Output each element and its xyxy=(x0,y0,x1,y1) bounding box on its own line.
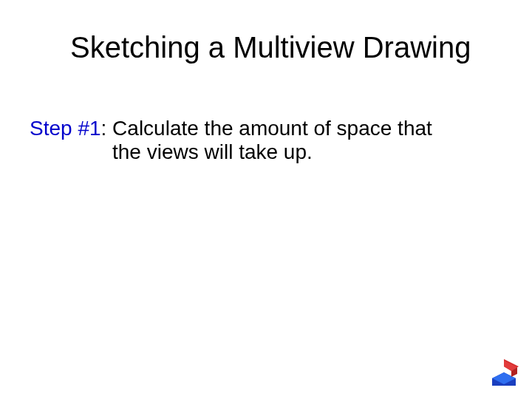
body-text: Step #1: Calculate the amount of space t… xyxy=(30,117,495,164)
step-text-line1: Calculate the amount of space that xyxy=(112,117,432,140)
pltw-logo-icon xyxy=(489,356,522,389)
step-colon: : xyxy=(101,117,113,140)
step-label: Step #1 xyxy=(30,117,101,140)
slide-title: Sketching a Multiview Drawing xyxy=(70,31,525,64)
body-line-1: Step #1: Calculate the amount of space t… xyxy=(30,117,495,140)
step-text-line2: the views will take up. xyxy=(30,140,495,164)
slide: Sketching a Multiview Drawing Step #1: C… xyxy=(0,0,532,399)
